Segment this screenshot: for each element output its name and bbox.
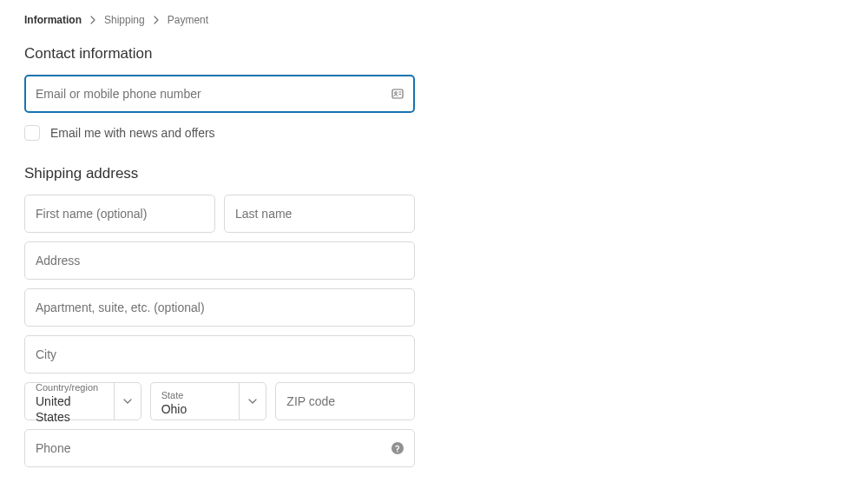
country-select[interactable]: Country/region United States: [24, 382, 141, 420]
svg-rect-0: [392, 89, 403, 98]
chevron-right-icon: [89, 16, 97, 24]
breadcrumb: Information Shipping Payment: [24, 14, 844, 26]
state-select[interactable]: State Ohio: [150, 382, 267, 420]
email-input[interactable]: [24, 75, 415, 113]
caret-down-icon: [123, 393, 132, 409]
first-name-input[interactable]: [24, 195, 215, 233]
svg-point-1: [395, 92, 398, 95]
news-checkbox[interactable]: [24, 125, 40, 141]
breadcrumb-step-shipping[interactable]: Shipping: [104, 14, 145, 26]
caret-down-icon: [248, 393, 257, 409]
contact-section: Contact information Email me with news a…: [24, 45, 415, 141]
breadcrumb-step-information[interactable]: Information: [24, 14, 82, 26]
phone-input[interactable]: [24, 429, 415, 467]
country-select-value: United States: [36, 393, 103, 425]
news-checkbox-label: Email me with news and offers: [50, 126, 215, 140]
city-input[interactable]: [24, 335, 415, 373]
svg-point-5: [397, 451, 398, 453]
state-dropdown-button[interactable]: [239, 382, 266, 420]
shipping-section: Shipping address Country/region United S…: [24, 165, 415, 467]
address-input[interactable]: [24, 241, 415, 280]
svg-point-4: [391, 442, 404, 454]
last-name-input[interactable]: [224, 195, 415, 233]
contact-card-icon: [391, 87, 404, 101]
state-select-value: Ohio: [161, 401, 229, 417]
country-select-label: Country/region: [36, 382, 103, 393]
help-icon[interactable]: [391, 441, 404, 455]
state-select-label: State: [161, 390, 229, 401]
shipping-heading: Shipping address: [24, 165, 415, 182]
contact-heading: Contact information: [24, 45, 415, 63]
breadcrumb-step-payment[interactable]: Payment: [168, 14, 208, 26]
apartment-input[interactable]: [24, 288, 415, 327]
zip-input[interactable]: [275, 382, 415, 420]
country-dropdown-button[interactable]: [114, 382, 141, 420]
chevron-right-icon: [152, 16, 161, 24]
